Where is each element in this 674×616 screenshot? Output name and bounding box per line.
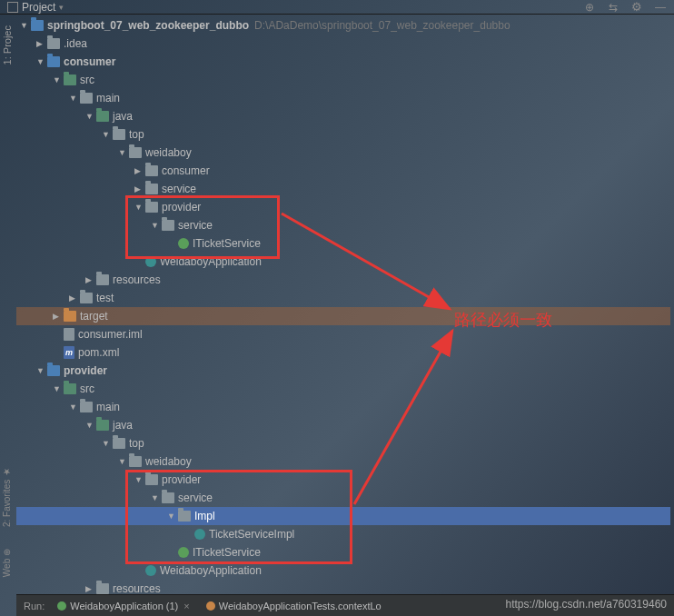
tree-item-label: pom.xml	[78, 346, 119, 359]
expand-icon[interactable]	[69, 293, 78, 303]
tree-item-label: src	[80, 383, 94, 395]
tree-row[interactable]: service	[16, 489, 670, 507]
expand-icon[interactable]	[85, 112, 94, 121]
package-icon	[145, 184, 158, 194]
tree-item-label: ITicketService	[193, 546, 261, 559]
side-tab-favorites[interactable]: 2: Favorites ★	[0, 463, 14, 531]
expand-icon[interactable]	[102, 439, 111, 448]
side-tab-web[interactable]: Web ⊕	[0, 545, 14, 581]
tree-row[interactable]: consumer	[16, 162, 670, 180]
tree-item-label: java	[113, 110, 133, 123]
expand-icon[interactable]	[85, 275, 94, 284]
java-icon	[145, 256, 156, 267]
expand-icon[interactable]	[118, 148, 127, 157]
tree-row[interactable]: main	[16, 89, 670, 107]
tree-item-label: weidaboy	[145, 146, 192, 159]
tree-row[interactable]: WeidaboyApplication	[16, 561, 670, 580]
package-icon	[145, 474, 158, 485]
tree-row[interactable]: consumer	[16, 53, 670, 71]
expand-icon[interactable]	[69, 94, 78, 103]
tree-row[interactable]: target	[16, 307, 670, 325]
project-tree: springboot_07_web_zookeeper_dubbo D:\ADa…	[16, 16, 670, 598]
tree-item-label: service	[162, 183, 196, 195]
expand-icon[interactable]	[85, 421, 94, 430]
package-icon	[162, 220, 174, 231]
expand-icon[interactable]	[151, 221, 160, 230]
run-tab-1[interactable]: WeidaboyApplication (1) ×	[54, 599, 193, 613]
tree-item-label: consumer.iml	[78, 328, 143, 341]
expand-icon[interactable]	[36, 39, 45, 48]
package-icon	[162, 492, 174, 503]
expand-icon[interactable]	[134, 475, 144, 484]
tree-item-label: TicketServiceImpl	[209, 528, 294, 541]
java-icon	[145, 565, 156, 576]
package-icon	[178, 511, 191, 522]
expand-icon[interactable]	[151, 493, 160, 502]
collapse-icon[interactable]: ⇆	[607, 1, 619, 14]
tree-row[interactable]: service	[16, 216, 670, 234]
tree-row[interactable]: top	[16, 125, 670, 144]
tree-row[interactable]: test	[16, 289, 670, 307]
tree-row[interactable]: WeidaboyApplication	[16, 253, 670, 271]
tree-item-label: test	[96, 292, 114, 304]
target-icon	[64, 311, 76, 322]
tree-row[interactable]: java	[16, 107, 670, 125]
expand-icon[interactable]	[134, 203, 144, 212]
tree-row[interactable]: weidaboy	[16, 144, 670, 162]
expand-icon[interactable]	[167, 512, 176, 521]
expand-icon[interactable]	[36, 366, 45, 375]
gear-icon[interactable]: ⚙	[630, 1, 643, 14]
tree-row[interactable]: java	[16, 416, 670, 434]
tree-row[interactable]: provider	[16, 198, 670, 216]
expand-icon[interactable]	[20, 21, 29, 30]
project-header[interactable]: Project ▾	[7, 1, 64, 14]
tree-item-label: top	[129, 128, 144, 141]
annotation-text: 路径必须一致	[454, 309, 552, 331]
tree-row[interactable]: TicketServiceImpl	[16, 525, 670, 543]
expand-icon[interactable]	[69, 402, 78, 412]
tree-root[interactable]: springboot_07_web_zookeeper_dubbo D:\ADa…	[16, 16, 670, 35]
tree-row[interactable]: ITicketService	[16, 543, 670, 561]
expand-icon[interactable]	[36, 57, 45, 66]
tree-row[interactable]: weidaboy	[16, 452, 670, 471]
tree-row[interactable]: Impl	[16, 507, 670, 525]
tree-row[interactable]: service	[16, 180, 670, 198]
close-icon[interactable]: ×	[183, 601, 189, 611]
tree-row[interactable]: src	[16, 71, 670, 89]
tree-row[interactable]: top	[16, 434, 670, 452]
tree-item-label: target	[80, 310, 108, 323]
folder-icon	[80, 293, 93, 303]
side-tab-project[interactable]: 1: Projec	[0, 18, 15, 72]
tree-item-label: service	[178, 219, 213, 232]
tree-row[interactable]: provider	[16, 362, 670, 380]
tree-row[interactable]: main	[16, 398, 670, 416]
tree-row[interactable]: pom.xml	[16, 343, 670, 362]
expand-icon[interactable]	[53, 75, 62, 84]
tree-row[interactable]: resources	[16, 271, 670, 289]
expand-icon[interactable]	[134, 166, 144, 175]
expand-icon[interactable]	[102, 130, 111, 139]
run-tab-2[interactable]: WeidaboyApplicationTests.contextLo	[203, 599, 385, 613]
tree-item-label: provider	[162, 201, 201, 214]
folder-icon	[80, 402, 93, 412]
tree-row[interactable]: consumer.iml	[16, 325, 670, 343]
package-icon	[129, 456, 142, 467]
hide-icon[interactable]: —	[654, 1, 667, 14]
expand-icon[interactable]	[134, 184, 144, 194]
tree-item-label: resources	[113, 273, 161, 286]
module-icon	[31, 20, 44, 31]
tree-row[interactable]: provider	[16, 471, 670, 489]
tree-row[interactable]: ITicketService	[16, 234, 670, 253]
expand-icon[interactable]	[53, 312, 62, 321]
folder-icon	[80, 93, 93, 104]
dropdown-icon[interactable]: ▾	[59, 3, 64, 12]
globe-icon[interactable]: ⊕	[583, 1, 596, 14]
tree-row[interactable]: .idea	[16, 35, 670, 53]
tree-item-label: src	[80, 74, 94, 86]
java-icon	[194, 529, 205, 540]
source-icon	[96, 420, 109, 431]
expand-icon[interactable]	[53, 384, 62, 393]
tree-row[interactable]: src	[16, 380, 670, 398]
expand-icon[interactable]	[118, 457, 127, 466]
expand-icon[interactable]	[85, 584, 94, 593]
